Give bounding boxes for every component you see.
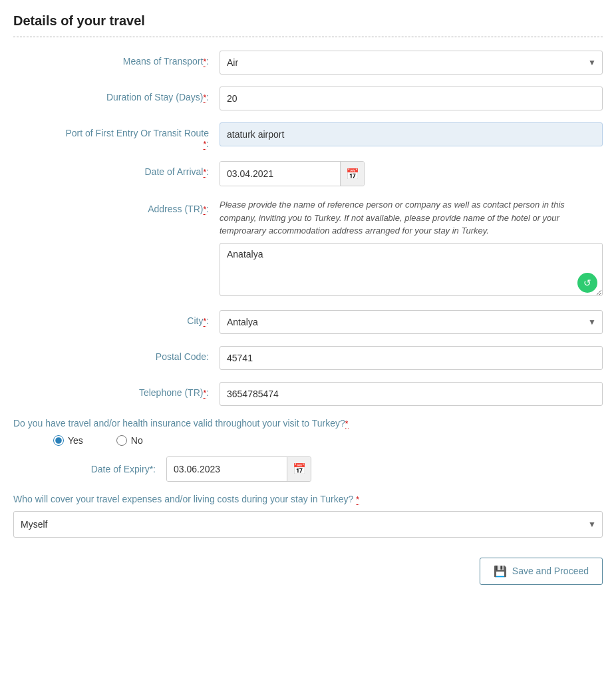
duration-of-stay-input[interactable] [220, 87, 603, 110]
section-divider [13, 37, 603, 37]
postal-code-label: Postal Code: [13, 346, 220, 362]
address-tr-control: Please provide the name of reference per… [220, 198, 603, 298]
footer-row: 💾 Save and Proceed [13, 551, 603, 585]
insurance-no-radio[interactable] [116, 435, 127, 446]
expiry-row: Date of Expiry*: 📅 [13, 456, 603, 482]
means-of-transport-select-wrap: Air Sea Land ▼ [220, 51, 603, 75]
insurance-no-label[interactable]: No [116, 435, 143, 446]
calendar-icon: 📅 [346, 168, 359, 180]
address-tr-label: Address (TR)*: [13, 198, 220, 214]
postal-code-input[interactable] [220, 346, 603, 370]
date-of-arrival-input-wrap: 📅 [220, 161, 365, 186]
city-control: Antalya Istanbul Ankara Izmir ▼ [220, 310, 603, 334]
means-of-transport-row: Means of Transport*: Air Sea Land ▼ [13, 51, 603, 75]
page-title: Details of your travel [13, 13, 603, 29]
telephone-tr-input[interactable] [220, 382, 603, 406]
insurance-question-text: Do you have travel and/or health insuran… [13, 418, 603, 429]
postal-code-row: Postal Code: [13, 346, 603, 370]
telephone-tr-label: Telephone (TR)*: [13, 382, 220, 398]
port-of-entry-row: Port of First Entry Or Transit Route *: [13, 122, 603, 149]
insurance-yes-radio[interactable] [53, 435, 64, 446]
expiry-calendar-icon: 📅 [293, 462, 306, 475]
expiry-date-input[interactable] [167, 457, 287, 481]
insurance-yes-label[interactable]: Yes [53, 435, 83, 446]
means-of-transport-control: Air Sea Land ▼ [220, 51, 603, 75]
refresh-icon: ↺ [583, 277, 591, 288]
port-of-entry-input[interactable] [220, 122, 603, 146]
expenses-select[interactable]: Myself Sponsor Other [13, 511, 603, 538]
insurance-section: Do you have travel and/or health insuran… [13, 418, 603, 482]
telephone-tr-control [220, 382, 603, 406]
duration-of-stay-label: Duration of Stay (Days)*: [13, 87, 220, 102]
insurance-radio-group: Yes No [13, 435, 603, 446]
city-select[interactable]: Antalya Istanbul Ankara Izmir [220, 310, 603, 334]
means-of-transport-select[interactable]: Air Sea Land [220, 51, 603, 75]
address-tr-row: Address (TR)*: Please provide the name o… [13, 198, 603, 298]
address-tr-textarea[interactable]: Anatalya [220, 243, 603, 296]
date-of-arrival-label: Date of Arrival*: [13, 161, 220, 177]
port-of-entry-control [220, 122, 603, 146]
city-select-wrap: Antalya Istanbul Ankara Izmir ▼ [220, 310, 603, 334]
travel-form: Means of Transport*: Air Sea Land ▼ Dura… [13, 51, 603, 585]
expenses-select-wrap: Myself Sponsor Other ▼ [13, 511, 603, 538]
city-row: City*: Antalya Istanbul Ankara Izmir ▼ [13, 310, 603, 334]
expiry-date-input-wrap: 📅 [166, 456, 311, 482]
expiry-calendar-button[interactable]: 📅 [287, 457, 311, 481]
address-tr-textarea-wrap: Anatalya ↺ [220, 243, 603, 298]
address-tr-hint: Please provide the name of reference per… [220, 198, 603, 238]
save-and-proceed-button[interactable]: 💾 Save and Proceed [480, 558, 603, 585]
telephone-tr-row: Telephone (TR)*: [13, 382, 603, 406]
expenses-question-text: Who will cover your travel expenses and/… [13, 494, 603, 504]
date-of-arrival-control: 📅 [220, 161, 603, 186]
port-of-entry-label: Port of First Entry Or Transit Route *: [13, 122, 220, 149]
date-of-arrival-calendar-button[interactable]: 📅 [340, 162, 364, 186]
postal-code-control [220, 346, 603, 370]
city-label: City*: [13, 310, 220, 326]
address-refresh-button[interactable]: ↺ [577, 273, 597, 293]
save-icon: 💾 [494, 565, 507, 578]
date-of-arrival-row: Date of Arrival*: 📅 [13, 161, 603, 186]
expiry-label: Date of Expiry*: [33, 464, 166, 474]
duration-of-stay-row: Duration of Stay (Days)*: [13, 87, 603, 110]
duration-of-stay-control [220, 87, 603, 110]
expenses-section: Who will cover your travel expenses and/… [13, 494, 603, 538]
means-of-transport-label: Means of Transport*: [13, 51, 220, 67]
date-of-arrival-input[interactable] [220, 162, 340, 186]
